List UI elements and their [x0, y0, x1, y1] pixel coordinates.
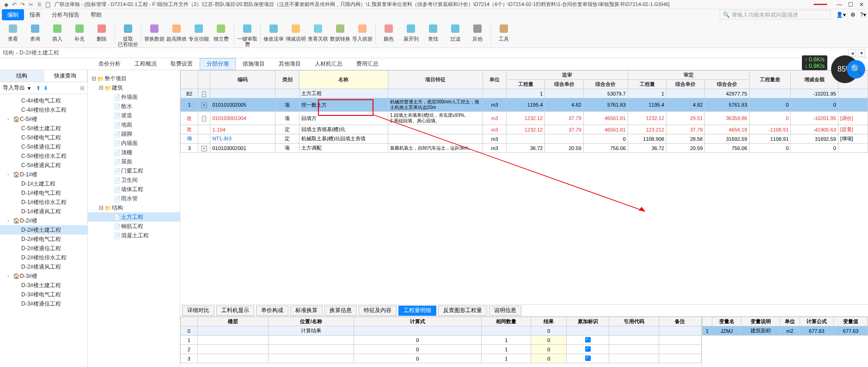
category-node[interactable]: 📄踢脚: [88, 129, 180, 138]
paste-icon[interactable]: 📋: [44, 1, 51, 8]
tree-node[interactable]: -🏠 C-5#楼: [0, 114, 87, 124]
ribbon-查找[interactable]: 查找: [423, 22, 443, 42]
category-node[interactable]: 📄混凝土工程: [88, 231, 180, 240]
ribbon-颜色[interactable]: 颜色: [379, 22, 399, 42]
ribbon-删除[interactable]: 删除: [92, 22, 112, 42]
left-tab-structure[interactable]: 结构: [0, 70, 44, 82]
bottom-tab-6[interactable]: 工程量明细: [398, 306, 436, 316]
subtab-7[interactable]: 费用汇总: [349, 58, 385, 70]
subtab-3[interactable]: 分部分项: [200, 58, 236, 70]
tree-node[interactable]: -🏠 D-3#楼: [0, 271, 87, 281]
ribbon-补充[interactable]: 补充: [69, 22, 90, 42]
tree-node[interactable]: -🏠 D-1#楼: [0, 170, 87, 179]
settings-icon[interactable]: ⚙: [850, 12, 856, 18]
arrow-up-icon[interactable]: ⬆: [36, 85, 41, 91]
ribbon-数据转换[interactable]: 数据转换: [330, 22, 350, 42]
subtab-2[interactable]: 取费设置: [164, 58, 200, 70]
menu-tab-help[interactable]: 帮助: [85, 9, 107, 20]
ribbon-查询[interactable]: 查询: [25, 22, 45, 42]
left-tab-quick-search[interactable]: 快速查询: [44, 70, 88, 82]
tree-node[interactable]: D-2#楼土建工程: [0, 225, 87, 235]
import-export-button[interactable]: 导入导出: [3, 84, 25, 92]
tree-node[interactable]: D-2#楼通风工程: [0, 262, 87, 271]
tree-node[interactable]: C-4#楼给排水工程: [0, 105, 87, 114]
tree-node[interactable]: D-2#楼给排水工程: [0, 253, 87, 262]
menu-tab-analysis[interactable]: 分析与报告: [46, 9, 85, 20]
category-node[interactable]: 📄屋面: [88, 157, 180, 166]
menu-tab-edit[interactable]: 编制: [2, 9, 24, 20]
ribbon-提取[interactable]: 提取已有组价: [118, 22, 138, 47]
tree-node[interactable]: C-4#楼电气工程: [0, 96, 87, 105]
tree-node[interactable]: D-3#楼土建工程: [0, 281, 87, 290]
tree-node[interactable]: D-1#楼电气工程: [0, 188, 87, 198]
subtab-4[interactable]: 措施项目: [236, 58, 272, 70]
help-icon[interactable]: ?▾: [860, 12, 866, 18]
collapse-icon[interactable]: ◂: [849, 49, 856, 57]
category-node[interactable]: ⊟📁结构: [88, 203, 180, 212]
tree-node[interactable]: -🏠 D-2#楼: [0, 216, 87, 225]
category-node[interactable]: 📄地面: [88, 120, 180, 129]
bottom-tab-8[interactable]: 说明信息: [489, 306, 521, 316]
category-node[interactable]: 📄钢筋工程: [88, 222, 180, 231]
maximize-button[interactable]: ☐: [847, 1, 854, 8]
arrow-down-icon[interactable]: ⬇: [43, 85, 48, 91]
ribbon-增减说明[interactable]: 增减说明: [286, 22, 306, 42]
minimize-button[interactable]: —: [836, 1, 843, 8]
category-node[interactable]: 📄雨水管: [88, 194, 180, 203]
redo-icon[interactable]: ↷: [19, 1, 26, 8]
detail-grid[interactable]: 楼层位置/名称计算式相同数量结果累加标识引用代码备注 0计算结果 0 1 01 …: [180, 317, 702, 363]
main-grid[interactable]: 编码类别 名称项目特征 单位 送审审定 工程量差增减金额 工程量综合单价综合合价…: [180, 70, 868, 153]
category-node[interactable]: 📄卫生间: [88, 175, 180, 185]
cut-icon[interactable]: ✂: [28, 1, 34, 8]
bottom-tab-4[interactable]: 换算信息: [324, 306, 357, 316]
ribbon-导入依据[interactable]: 导入依据: [352, 22, 373, 42]
variable-grid[interactable]: 变量名变量说明单位计算公式变量值 1JZMJ建筑面积 m2677.63677.6…: [702, 317, 868, 336]
ribbon-修改送审[interactable]: 修改送审: [263, 22, 284, 42]
ribbon-一键审取费[interactable]: 一键审取费: [237, 22, 257, 47]
tree-node[interactable]: D-1#楼通风工程: [0, 207, 87, 216]
ribbon-查看[interactable]: 查看: [3, 22, 23, 42]
dropdown-icon[interactable]: ▾: [28, 85, 31, 91]
category-node[interactable]: ⊟📁整个项目: [88, 74, 180, 83]
bottom-tab-7[interactable]: 反查图形工程量: [438, 306, 487, 316]
undo-icon[interactable]: ↶: [11, 1, 18, 8]
subtab-6[interactable]: 人材机汇总: [308, 58, 349, 70]
tree-node[interactable]: C-5#楼通风工程: [0, 161, 87, 170]
category-node[interactable]: 📄内墙面: [88, 138, 180, 148]
ribbon-插入[interactable]: 插入: [47, 22, 67, 42]
dropdown-icon[interactable]: ▾: [858, 49, 865, 57]
ribbon-独立费[interactable]: 独立费: [211, 22, 231, 42]
tree-node[interactable]: D-2#楼电气工程: [0, 235, 87, 244]
floating-search-button[interactable]: 🔍: [847, 60, 865, 78]
tree-node[interactable]: D-3#楼电气工程: [0, 290, 87, 299]
category-node[interactable]: 📄墙体工程: [88, 185, 180, 194]
close-button[interactable]: ✕: [858, 1, 865, 8]
ribbon-替换数据[interactable]: 替换数据: [144, 22, 165, 42]
bottom-tab-0[interactable]: 详细对比: [182, 306, 214, 316]
bottom-tab-3[interactable]: 标准换算: [290, 306, 323, 316]
tree-node[interactable]: D-3#楼通信工程: [0, 299, 87, 308]
tree-node[interactable]: C-5#楼通信工程: [0, 142, 87, 151]
subtab-0[interactable]: 造价分析: [92, 58, 128, 70]
category-node[interactable]: ⊟📁建筑: [88, 83, 180, 92]
subtab-1[interactable]: 工程概况: [128, 58, 164, 70]
tree-node[interactable]: C-5#楼给排水工程: [0, 151, 87, 161]
tree-node[interactable]: C-5#楼电气工程: [0, 133, 87, 142]
tree-node[interactable]: D-1#土建工程: [0, 179, 87, 188]
ribbon-查看关联[interactable]: 查看关联: [308, 22, 328, 42]
category-node[interactable]: 📄外墙面: [88, 92, 180, 102]
breadcrumb-root[interactable]: 结构: [3, 49, 14, 57]
category-node[interactable]: 📄门窗工程: [88, 166, 180, 175]
tree-node[interactable]: C-5#楼土建工程: [0, 124, 87, 133]
bottom-tab-2[interactable]: 单价构成: [256, 306, 288, 316]
ribbon-展开到[interactable]: 展开到: [401, 22, 421, 42]
category-node[interactable]: 📄散水: [88, 102, 180, 111]
ribbon-超高降效[interactable]: 超高降效: [166, 22, 187, 42]
category-node[interactable]: 📄土方工程: [88, 212, 180, 222]
copy-icon[interactable]: ⎘: [36, 1, 43, 8]
panel-menu-icon[interactable]: ⊞: [80, 85, 85, 91]
ribbon-其他[interactable]: 其他: [467, 22, 488, 42]
subtab-5[interactable]: 其他项目: [272, 58, 308, 70]
bottom-tab-1[interactable]: 工料机显示: [216, 306, 254, 316]
user-icon[interactable]: 👤▾: [836, 12, 846, 18]
